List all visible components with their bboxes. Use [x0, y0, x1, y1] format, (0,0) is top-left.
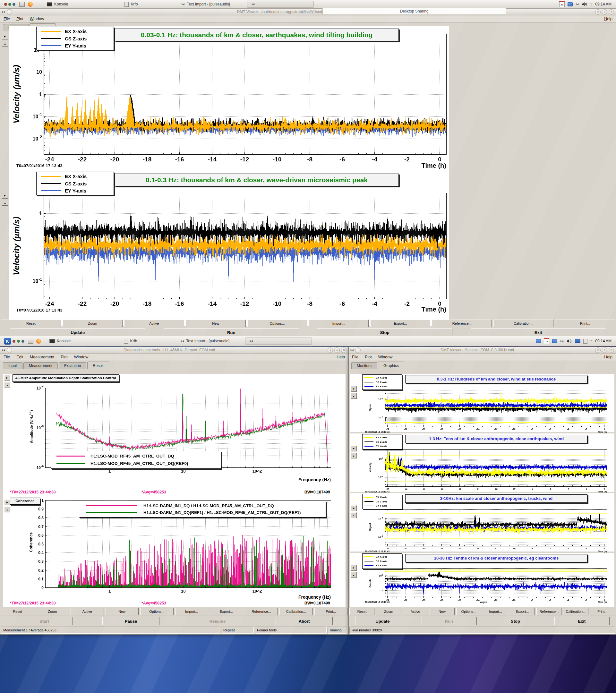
reset-button[interactable]: Reset [1, 320, 61, 327]
reference-button[interactable]: Reference... [536, 608, 561, 615]
firefox-icon[interactable] [28, 2, 33, 7]
reference-button[interactable]: Reference... [245, 608, 278, 615]
active-button[interactable]: Active [124, 320, 184, 327]
pane-up-icon[interactable] [351, 572, 357, 578]
close-button[interactable]: ✕ [341, 348, 346, 353]
options-button[interactable]: Options... [140, 608, 174, 615]
menu-file[interactable]: File [352, 355, 358, 359]
pane-expand-icon[interactable] [2, 34, 8, 39]
clipboard-icon[interactable] [583, 339, 588, 343]
zoom-button[interactable]: Zoom [63, 320, 123, 327]
minimize-button[interactable]: ∨ [327, 348, 333, 353]
menu-plot[interactable]: Plot [16, 17, 23, 21]
export-button[interactable]: Export... [210, 608, 243, 615]
pane-expand-icon[interactable] [351, 386, 357, 392]
reference-button[interactable]: Reference... [432, 320, 492, 327]
resume-button[interactable]: Resume [189, 617, 246, 625]
import-button[interactable]: Import... [483, 608, 508, 615]
taskbar-item-textimport[interactable]: Text Import - [pulseaudio] [176, 336, 234, 346]
new-button[interactable]: New [430, 608, 455, 615]
kde-menu[interactable] [0, 336, 45, 346]
pane-expand-icon[interactable] [2, 193, 8, 199]
pane-up-icon[interactable] [4, 507, 10, 512]
archive-icon[interactable] [28, 339, 33, 343]
abort-button[interactable]: Abort [276, 617, 333, 625]
tab-graphics[interactable]: Graphics [378, 361, 404, 369]
pane-up-icon[interactable] [351, 393, 357, 399]
close-button[interactable]: ✕ [609, 9, 614, 15]
calibration-button[interactable]: Calibration... [493, 320, 553, 327]
launcher-dot-icon[interactable] [17, 340, 20, 343]
menu-help[interactable]: Help [337, 355, 345, 359]
taskbar-item-krfb[interactable]: Krfb [120, 336, 141, 346]
launcher-dot-icon[interactable] [21, 340, 24, 343]
network-icon[interactable] [536, 339, 541, 343]
window-menu-button[interactable] [7, 9, 12, 15]
window-menu-button[interactable] [355, 348, 361, 353]
titlebar[interactable]: DMT Viewer - Seismic_FOM_0.3-30Hz.xml ∨ … [349, 347, 616, 354]
calendar-icon[interactable]: 21 [544, 338, 549, 344]
maximize-button[interactable]: ◇ [602, 9, 607, 15]
taskbar-item-konsole[interactable]: Konsole [43, 0, 72, 8]
taskbar-item-empty[interactable] [245, 338, 312, 344]
reset-button[interactable]: Reset [1, 608, 34, 615]
update-button[interactable]: Update [10, 328, 145, 337]
export-button[interactable]: Export... [370, 320, 430, 327]
zoom-button[interactable]: Zoom [36, 608, 69, 615]
taskbar-item-krfb[interactable]: Krfb [120, 0, 142, 8]
menu-edit[interactable]: Edit [16, 355, 23, 359]
klipper-scissors-icon[interactable] [576, 2, 579, 6]
print-button[interactable]: Print... [590, 608, 615, 615]
options-button[interactable]: Options... [456, 608, 481, 615]
new-button[interactable]: New [186, 320, 246, 327]
taskbar-launchers[interactable] [0, 0, 37, 8]
exit-button[interactable]: Exit [554, 617, 610, 625]
minimize-button[interactable]: ∨ [595, 348, 601, 353]
klipper-scissors-icon[interactable] [560, 339, 564, 343]
menu-file[interactable]: File [3, 17, 10, 21]
reset-button[interactable]: Reset [350, 608, 374, 615]
maximize-button[interactable]: ∧ [602, 348, 607, 353]
calibration-button[interactable]: Calibration... [563, 608, 588, 615]
menu-help[interactable]: Help [604, 17, 613, 21]
options-button[interactable]: Options... [247, 320, 307, 327]
taskbar-item-empty[interactable] [247, 1, 314, 8]
calendar-icon[interactable]: 21 [559, 1, 565, 7]
network-icon[interactable] [568, 2, 573, 6]
menu-window[interactable]: Window [74, 355, 88, 359]
update-button[interactable]: Update [355, 617, 410, 625]
menu-help[interactable]: Help [604, 355, 613, 359]
clock[interactable]: 09:14 AM [595, 2, 612, 6]
pane-expand-icon[interactable] [351, 505, 357, 511]
stop-button[interactable]: Stop [317, 328, 452, 337]
tray-expand-icon[interactable] [590, 3, 592, 6]
launcher-dot-icon[interactable] [13, 3, 15, 6]
print-button[interactable]: Print... [555, 320, 615, 327]
start-button[interactable]: Start [16, 617, 73, 625]
display-icon[interactable] [575, 339, 580, 343]
pane-up-icon[interactable] [2, 41, 8, 46]
taskbar-item-konsole[interactable]: Konsole [45, 336, 75, 346]
import-button[interactable]: Import... [175, 608, 208, 615]
titlebar[interactable]: DMT Viewer - /opt/rtcds/userapps/trunk/i… [0, 9, 616, 15]
run-button[interactable]: Run [422, 617, 477, 625]
menu-file[interactable]: File [3, 355, 10, 359]
pause-button[interactable]: Pause [102, 617, 159, 625]
volume-icon[interactable] [582, 2, 588, 6]
pane-up-icon[interactable] [351, 512, 357, 518]
menu-measurement[interactable]: Measurement [30, 355, 54, 359]
minimize-button[interactable]: ∨ [595, 9, 601, 15]
exit-button[interactable]: Exit [471, 328, 606, 337]
seismic-band2-plot[interactable] [25, 186, 452, 311]
volume-icon[interactable] [567, 339, 572, 343]
pane-expand-icon[interactable] [4, 375, 10, 381]
zoom-button[interactable]: Zoom [376, 608, 401, 615]
tab-excitation[interactable]: Excitation [59, 362, 86, 369]
launcher-dot-icon[interactable] [13, 340, 15, 343]
calibration-button[interactable]: Calibration... [279, 608, 313, 615]
seismic-row3-plot[interactable] [364, 505, 612, 552]
run-button[interactable]: Run [164, 328, 299, 337]
menu-plot[interactable]: Plot [61, 355, 68, 359]
seismic-row2-plot[interactable] [364, 445, 612, 493]
window-menu-button[interactable] [7, 348, 12, 353]
